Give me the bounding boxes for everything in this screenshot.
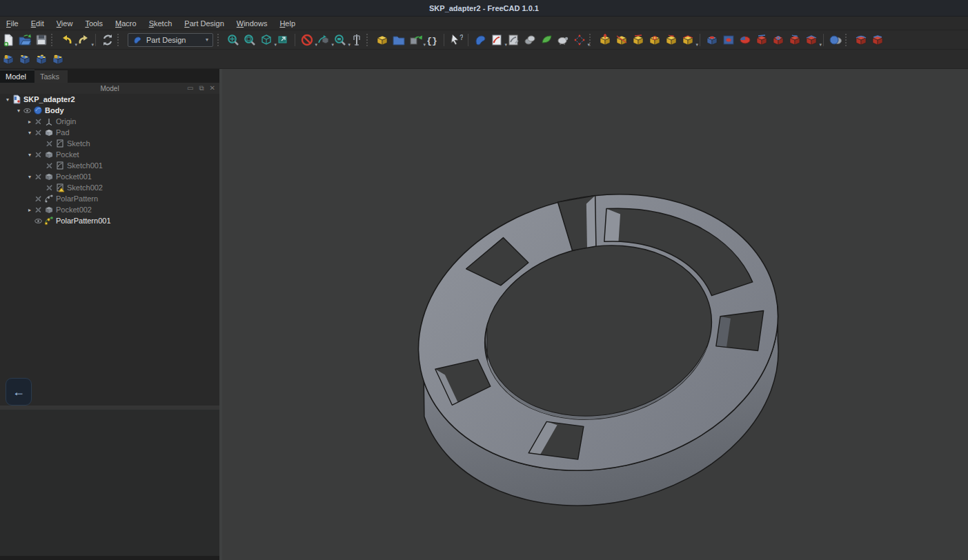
- expander-open-icon[interactable]: ▾: [26, 174, 33, 180]
- expander-closed-icon[interactable]: ▸: [26, 119, 33, 125]
- tree-item-pocket[interactable]: ▾Pocket: [0, 149, 219, 160]
- open-document-icon[interactable]: [17, 32, 32, 48]
- dock-panel-button[interactable]: ⧉: [199, 83, 204, 93]
- groove-icon[interactable]: [738, 32, 753, 48]
- measure-icon[interactable]: [349, 32, 364, 48]
- back-button[interactable]: ←: [6, 378, 32, 406]
- tree-item-polarpattern001[interactable]: PolarPattern001: [0, 215, 219, 226]
- menu-item-windows[interactable]: Windows: [230, 18, 274, 29]
- create-datum-icon[interactable]: ▾: [572, 32, 587, 48]
- polar-pattern-active-icon: [43, 216, 54, 226]
- workbench-selector[interactable]: Part Design▾: [128, 33, 213, 47]
- menu-item-part-design[interactable]: Part Design: [178, 18, 230, 29]
- 3d-viewport[interactable]: [222, 69, 968, 560]
- create-part-icon[interactable]: [375, 32, 390, 48]
- fit-all-icon[interactable]: [226, 32, 241, 48]
- refresh-icon[interactable]: [100, 32, 115, 48]
- fillet-icon[interactable]: [853, 32, 869, 48]
- toolbar-handle[interactable]: [51, 34, 56, 46]
- zoom-tools-icon[interactable]: ▾: [333, 32, 348, 48]
- menu-item-macro[interactable]: Macro: [109, 18, 143, 29]
- redo-icon[interactable]: ▾: [76, 32, 91, 48]
- expander-open-icon[interactable]: ▾: [4, 97, 11, 103]
- sketch-warning-icon: [55, 183, 65, 192]
- undo-icon[interactable]: ▾: [59, 32, 75, 48]
- draw-style-icon[interactable]: ▾: [299, 32, 315, 48]
- isometric-view-icon[interactable]: ▾: [259, 32, 274, 48]
- new-document-icon[interactable]: [1, 32, 16, 48]
- toolbar-handle[interactable]: [589, 34, 594, 46]
- tab-model[interactable]: Model: [0, 70, 34, 83]
- menu-item-file[interactable]: File: [0, 18, 25, 29]
- chamfer-icon[interactable]: [870, 32, 885, 48]
- tree-item-pad[interactable]: ▾Pad: [0, 127, 219, 138]
- subtractive-helix-icon[interactable]: [787, 32, 802, 48]
- variable-set-icon[interactable]: {}: [424, 32, 439, 48]
- workbench-value: Part Design: [146, 36, 186, 44]
- expander-open-icon[interactable]: ▾: [15, 108, 22, 114]
- hole-icon[interactable]: [721, 32, 736, 48]
- menu-item-sketch[interactable]: Sketch: [143, 18, 179, 29]
- additive-loft-icon[interactable]: [631, 32, 646, 48]
- toolbar-handle[interactable]: [366, 34, 371, 46]
- tree-item-label: Pocket: [56, 150, 79, 159]
- tree-item-skp_adapter2[interactable]: ▾SKP_adapter2: [0, 94, 219, 105]
- pocket-icon[interactable]: [704, 32, 720, 48]
- std-views-icon[interactable]: ▾: [316, 32, 331, 48]
- additive-helix-icon[interactable]: [664, 32, 679, 48]
- additive-primitive-icon[interactable]: ▾: [680, 32, 695, 48]
- expander-closed-icon[interactable]: ▸: [26, 207, 33, 213]
- tree-item-sketch002[interactable]: Sketch002: [0, 182, 219, 193]
- close-panel-button[interactable]: ✕: [210, 83, 215, 93]
- expander-open-icon[interactable]: ▾: [26, 130, 33, 136]
- fit-selection-icon[interactable]: [242, 32, 257, 48]
- svg-text:{}: {}: [426, 36, 437, 46]
- create-sketch-icon[interactable]: ▾: [489, 32, 504, 48]
- menu-item-help[interactable]: Help: [273, 18, 302, 29]
- menu-item-edit[interactable]: Edit: [25, 18, 50, 29]
- multitransform-icon[interactable]: [50, 52, 66, 67]
- create-body-icon[interactable]: [473, 32, 488, 48]
- pad-icon[interactable]: [597, 32, 613, 48]
- tree-item-label: SKP_adapter2: [23, 95, 75, 103]
- float-panel-button[interactable]: ▭: [187, 83, 193, 93]
- toolbar-separator: [700, 34, 700, 46]
- revolution-icon[interactable]: [614, 32, 629, 48]
- tree-item-pocket002[interactable]: ▸Pocket002: [0, 204, 219, 215]
- toolbar-handle[interactable]: [845, 34, 850, 46]
- boolean-icon[interactable]: [828, 32, 843, 48]
- mirrored-icon[interactable]: [1, 52, 16, 67]
- tree-item-sketch001[interactable]: Sketch001: [0, 160, 219, 171]
- menu-item-view[interactable]: View: [50, 18, 79, 29]
- create-group-icon[interactable]: [391, 32, 406, 48]
- subtractive-loft-icon[interactable]: [754, 32, 769, 48]
- tree-item-sketch[interactable]: Sketch: [0, 138, 219, 149]
- tree-item-body[interactable]: ▾Body: [0, 105, 219, 116]
- make-link-icon[interactable]: ▾: [408, 32, 423, 48]
- edit-sketch-icon[interactable]: [506, 32, 521, 48]
- whats-this-icon[interactable]: ?: [448, 32, 464, 48]
- tree-item-label: Body: [45, 106, 64, 114]
- hidden-item-icon: [33, 117, 43, 126]
- additive-pipe-icon[interactable]: [647, 32, 662, 48]
- linear-pattern-icon[interactable]: [17, 52, 32, 67]
- tab-tasks[interactable]: Tasks: [34, 70, 68, 83]
- sync-view-icon[interactable]: [275, 32, 290, 48]
- hidden-item-icon: [33, 205, 43, 214]
- toolbar-handle[interactable]: [217, 34, 222, 46]
- clone-icon[interactable]: [522, 32, 537, 48]
- tree-item-polarpattern[interactable]: PolarPattern: [0, 193, 219, 204]
- subtractive-pipe-icon[interactable]: [771, 32, 786, 48]
- save-document-icon[interactable]: [34, 32, 49, 48]
- panel-tabs: ModelTasks: [0, 69, 219, 83]
- expander-open-icon[interactable]: ▾: [26, 152, 33, 158]
- shapebinder-icon[interactable]: [555, 32, 571, 48]
- polar-pattern-icon[interactable]: [34, 52, 49, 67]
- subtractive-primitive-icon[interactable]: ▾: [804, 32, 819, 48]
- tree-item-origin[interactable]: ▸Origin: [0, 116, 219, 127]
- tree-item-pocket001[interactable]: ▾Pocket001: [0, 171, 219, 182]
- toolbar-handle[interactable]: [117, 34, 122, 46]
- map-sketch-icon[interactable]: [539, 32, 554, 48]
- menu-item-tools[interactable]: Tools: [79, 18, 109, 29]
- toolbar-separator: [823, 34, 824, 46]
